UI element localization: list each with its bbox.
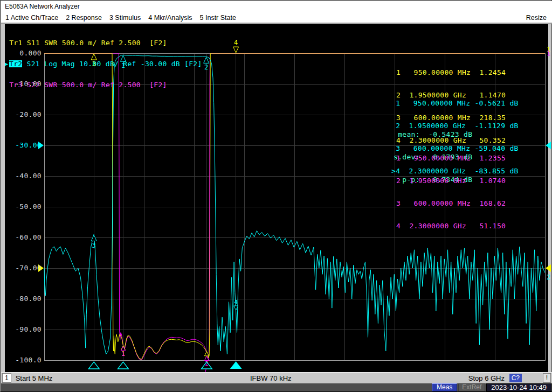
start-frequency[interactable]: Start 5 MHz bbox=[16, 374, 53, 382]
y-axis-label: -50.00 bbox=[1, 203, 42, 211]
clock: 2023-10-24 10:49 bbox=[486, 383, 551, 391]
channel-number-box: 1 bbox=[2, 373, 11, 383]
menu-response[interactable]: 2 Response bbox=[66, 14, 102, 22]
y-axis-label: 0.000 bbox=[1, 50, 42, 57]
trace2-name-chip: Tr2 bbox=[9, 60, 22, 67]
y-axis-label: -90.00 bbox=[1, 326, 42, 333]
trace2-params: S21 Log Mag 10.00 dB/ Ref -30.00 dB [F2] bbox=[22, 60, 202, 67]
menu-instr-state[interactable]: 5 Instr State bbox=[200, 14, 236, 22]
window-title: E5063A Network Analyzer bbox=[1, 1, 552, 12]
alert-indicator: ! bbox=[543, 373, 551, 383]
status-bar: 1 Start 5 MHz IFBW 70 kHz Stop 6 GHz C? … bbox=[1, 372, 552, 383]
menu-mkr-analysis[interactable]: 4 Mkr/Analysis bbox=[148, 14, 192, 22]
y-axis-label: -20.00 bbox=[1, 111, 42, 118]
marker-row: 3 600.00000 MHz 168.62 bbox=[396, 200, 506, 207]
menu-bar: 1 Active Ch/Trace 2 Response 3 Stimulus … bbox=[1, 12, 552, 24]
stat-mean: mean: -0.5423 dB bbox=[394, 131, 472, 138]
y-axis-label: -30.00 bbox=[1, 142, 42, 149]
active-trace-arrow-icon: ▶ bbox=[5, 60, 9, 67]
marker-row: 2 1.9500000 GHz 1.0740 bbox=[396, 177, 506, 185]
marker-row: 1 950.00000 MHz 1.2454 bbox=[396, 69, 506, 76]
y-axis-label: -70.00 bbox=[1, 264, 42, 272]
y-axis-label: -80.00 bbox=[1, 295, 42, 303]
menu-stimulus[interactable]: 3 Stimulus bbox=[109, 14, 141, 22]
marker-row: 4 2.3000000 GHz 51.150 bbox=[396, 222, 506, 230]
app-window: E5063A Network Analyzer 1 Active Ch/Trac… bbox=[0, 0, 552, 392]
trace1-definition[interactable]: Tr1 S11 SWR 500.0 m/ Ref 2.500 [F2] bbox=[5, 39, 202, 46]
instrument-status-bar: Meas ExtRef 2023-10-24 10:49 bbox=[1, 383, 552, 391]
correction-status-badge: C? bbox=[509, 374, 522, 382]
trace-legend: Tr1 S11 SWR 500.0 m/ Ref 2.500 [F2] ▶Tr2… bbox=[5, 25, 202, 102]
resize-button[interactable]: Resize bbox=[526, 14, 552, 22]
trace2-definition[interactable]: ▶Tr2 S21 Log Mag 10.00 dB/ Ref -30.00 dB… bbox=[5, 60, 202, 67]
ifbw-value[interactable]: IFBW 70 kHz bbox=[250, 374, 292, 382]
y-axis-label: -100.0 bbox=[1, 356, 42, 364]
stop-frequency[interactable]: Stop 6 GHz bbox=[468, 374, 505, 382]
y-axis-label: -60.00 bbox=[1, 234, 42, 241]
y-axis-label: -40.00 bbox=[1, 172, 42, 180]
menu-active-ch-trace[interactable]: 1 Active Ch/Trace bbox=[5, 14, 58, 22]
marker-row: 1 950.00000 MHz -0.5621 dB bbox=[391, 100, 519, 107]
marker-table-tr3: 1 950.00000 MHz 1.2355 2 1.9500000 GHz 1… bbox=[396, 139, 506, 245]
marker-row: 1 950.00000 MHz 1.2355 bbox=[396, 155, 506, 162]
measurement-status-badge: Meas bbox=[432, 383, 457, 391]
y-axis-label: -10.00 bbox=[1, 80, 42, 88]
extref-indicator: ExtRef bbox=[458, 383, 485, 391]
